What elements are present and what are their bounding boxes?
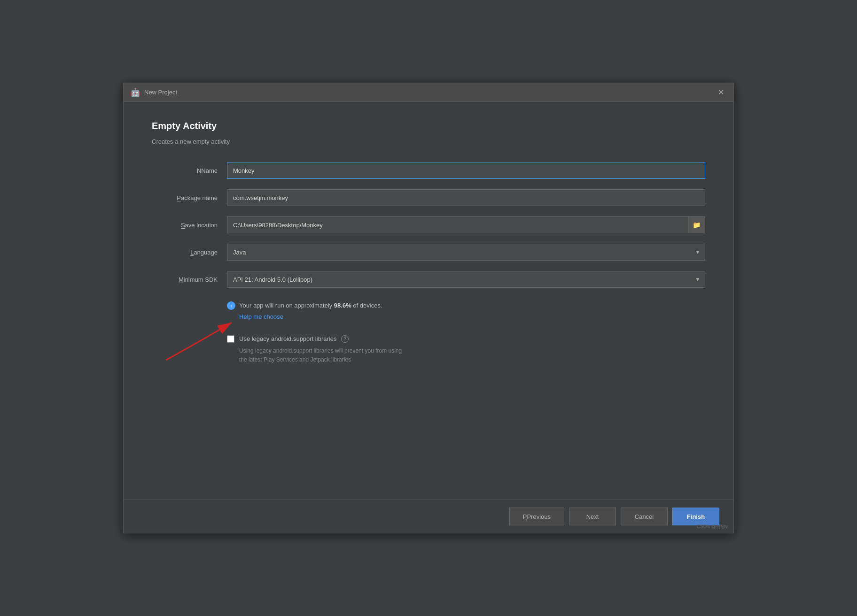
package-name-field-group: Package name: [152, 189, 705, 206]
info-percentage: 98.6%: [334, 302, 351, 309]
info-icon: i: [227, 301, 235, 310]
info-text-suffix: of devices.: [351, 302, 382, 309]
help-me-choose-link[interactable]: Help me choose: [239, 313, 705, 320]
legacy-libraries-section: Use legacy android.support libraries ? U…: [227, 335, 705, 364]
name-field-group: NName: [152, 162, 705, 179]
save-location-input[interactable]: [227, 216, 688, 233]
android-icon: 🤖: [130, 87, 140, 98]
close-button[interactable]: ✕: [715, 88, 727, 97]
dialog-content: Empty Activity Creates a new empty activ…: [124, 102, 733, 500]
info-text-prefix: Your app will run on approximately: [239, 302, 334, 309]
min-sdk-field-group: Minimum SDK API 21: Android 5.0 (Lollipo…: [152, 271, 705, 288]
cancel-button[interactable]: Cancel: [621, 508, 668, 525]
title-bar: 🤖 New Project ✕: [124, 83, 733, 102]
language-select[interactable]: Java Kotlin: [227, 244, 705, 261]
min-sdk-label: Minimum SDK: [152, 276, 227, 283]
previous-button[interactable]: PPrevious: [509, 508, 564, 525]
save-location-input-group: 📁: [227, 216, 705, 233]
legacy-libraries-checkbox[interactable]: [227, 335, 234, 343]
dialog-title: New Project: [144, 89, 177, 96]
min-sdk-select-wrapper: API 21: Android 5.0 (Lollipop) API 22: A…: [227, 271, 705, 288]
info-row: i Your app will run on approximately 98.…: [227, 301, 705, 310]
package-name-label: Package name: [152, 194, 227, 201]
next-button[interactable]: Next: [569, 508, 616, 525]
legacy-checkbox-row: Use legacy android.support libraries ?: [227, 335, 705, 343]
name-label: NName: [152, 167, 227, 174]
new-project-dialog: 🤖 New Project ✕ Empty Activity Creates a…: [123, 83, 734, 533]
folder-browse-button[interactable]: 📁: [688, 216, 705, 233]
language-field-group: Language Java Kotlin ▼: [152, 244, 705, 261]
folder-icon: 📁: [693, 221, 701, 229]
language-label: Language: [152, 249, 227, 256]
section-title: Empty Activity: [152, 121, 705, 131]
question-icon[interactable]: ?: [341, 335, 349, 343]
package-name-input[interactable]: [227, 189, 705, 206]
save-location-label: Save location: [152, 222, 227, 229]
sdk-info-section: i Your app will run on approximately 98.…: [227, 301, 705, 320]
legacy-libraries-label: Use legacy android.support libraries: [239, 335, 336, 342]
legacy-libraries-description: Using legacy android.support libraries w…: [239, 346, 705, 364]
title-bar-left: 🤖 New Project: [130, 87, 177, 98]
watermark: CSDN @付钞v: [697, 524, 728, 530]
section-subtitle: Creates a new empty activity: [152, 138, 705, 145]
save-location-field-group: Save location 📁: [152, 216, 705, 233]
language-select-wrapper: Java Kotlin ▼: [227, 244, 705, 261]
finish-button[interactable]: Finish: [672, 508, 719, 525]
dialog-footer: PPrevious Next Cancel Finish: [124, 500, 733, 533]
min-sdk-select[interactable]: API 21: Android 5.0 (Lollipop) API 22: A…: [227, 271, 705, 288]
info-text: Your app will run on approximately 98.6%…: [239, 301, 382, 310]
name-input[interactable]: [227, 162, 705, 179]
